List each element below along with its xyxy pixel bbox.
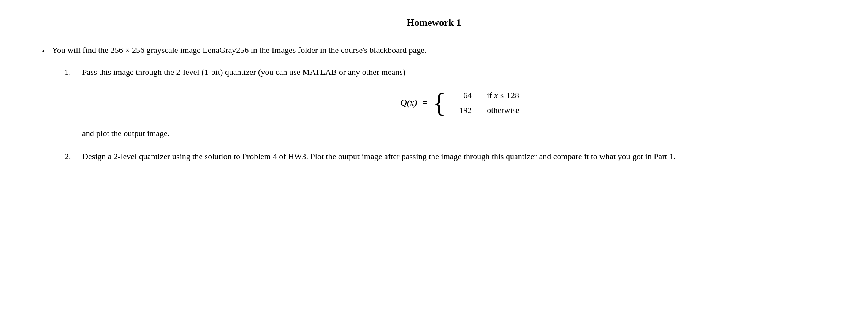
item-2-content: Design a 2-level quantizer using the sol… bbox=[82, 150, 838, 163]
item-2-text: Design a 2-level quantizer using the sol… bbox=[82, 150, 838, 163]
case-row-2: 192 otherwise bbox=[453, 104, 520, 116]
list-item: 2. Design a 2-level quantizer using the … bbox=[65, 150, 838, 163]
left-brace: { bbox=[433, 89, 446, 116]
item-number-1: 1. bbox=[65, 66, 82, 78]
bullet-text: You will find the 256 × 256 grayscale im… bbox=[52, 44, 838, 56]
case-value-1: 64 bbox=[453, 89, 472, 101]
item-1-text: Pass this image through the 2-level (1-b… bbox=[82, 66, 838, 78]
math-formula: Q(x) = { 64 if x ≤ 128 bbox=[82, 89, 838, 116]
brace-cases: { 64 if x ≤ 128 192 otherwise bbox=[433, 89, 520, 116]
item-number-2: 2. bbox=[65, 150, 82, 163]
case-value-2: 192 bbox=[453, 104, 472, 116]
case-row-1: 64 if x ≤ 128 bbox=[453, 89, 520, 101]
bullet-dot: • bbox=[42, 44, 45, 58]
page-title: Homework 1 bbox=[30, 15, 838, 30]
case-condition-2: otherwise bbox=[487, 104, 520, 116]
math-equals: = bbox=[422, 96, 428, 109]
list-item: 1. Pass this image through the 2-level (… bbox=[65, 66, 838, 139]
case-condition-1: if x ≤ 128 bbox=[487, 89, 519, 101]
item-1-content: Pass this image through the 2-level (1-b… bbox=[82, 66, 838, 139]
cases-table: 64 if x ≤ 128 192 otherwise bbox=[453, 89, 520, 116]
math-lhs: Q(x) bbox=[400, 96, 417, 109]
item-1-text-after: and plot the output image. bbox=[82, 127, 838, 139]
